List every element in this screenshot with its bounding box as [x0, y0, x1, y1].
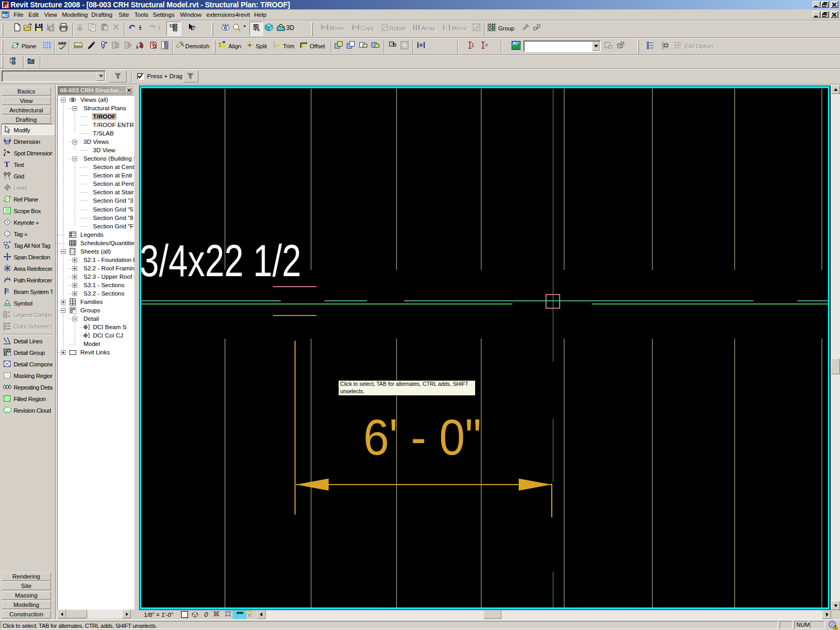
svg-text:ABC: ABC [58, 41, 67, 46]
svg-text:T: T [6, 220, 9, 225]
svg-text:T: T [4, 160, 9, 169]
svg-text:1: 1 [6, 232, 9, 236]
svg-text:?: ? [192, 24, 196, 32]
